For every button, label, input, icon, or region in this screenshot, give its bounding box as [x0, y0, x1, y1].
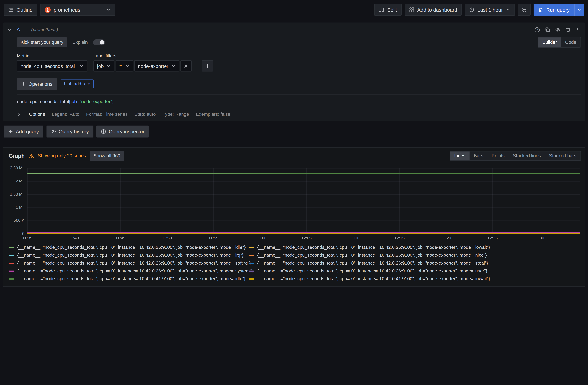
graph-style-stacked-lines[interactable]: Stacked lines: [509, 151, 545, 160]
chevron-down-icon: [506, 8, 510, 12]
legend-item[interactable]: {__name__="node_cpu_seconds_total", cpu=…: [9, 276, 249, 282]
run-query-button[interactable]: Run query: [533, 4, 574, 16]
graph-legend: {__name__="node_cpu_seconds_total", cpu=…: [9, 245, 580, 282]
x-axis-tick-label: 12:00: [255, 236, 265, 240]
query-history-label: Query history: [59, 129, 89, 134]
legend-item[interactable]: {__name__="node_cpu_seconds_total", cpu=…: [9, 268, 249, 274]
operations-button[interactable]: Operations: [17, 78, 57, 90]
legend-item[interactable]: {__name__="node_cpu_seconds_total", cpu=…: [249, 276, 580, 282]
y-axis-tick-label: 500 K: [6, 218, 24, 223]
legend-series-swatch: [249, 278, 254, 280]
remove-filter-button[interactable]: [180, 60, 191, 72]
query-editor-panel: A (prometheus) ?: [3, 22, 585, 121]
legend-item[interactable]: {__name__="node_cpu_seconds_total", cpu=…: [249, 268, 580, 274]
chevron-down-icon: [125, 64, 129, 68]
remove-query-trash-button[interactable]: [566, 27, 571, 32]
sync-icon: [538, 7, 543, 12]
collapse-query-button[interactable]: [7, 27, 12, 32]
x-axis-tick-label: 12:25: [487, 236, 498, 240]
graph-title: Graph: [9, 153, 25, 159]
drag-handle-grip-icon[interactable]: [576, 27, 581, 32]
graph-style-points[interactable]: Points: [487, 151, 509, 160]
legend-series-label: {__name__="node_cpu_seconds_total", cpu=…: [257, 268, 487, 274]
query-options-row: Options Legend: Auto Format: Time series…: [17, 108, 581, 121]
close-icon: [184, 64, 188, 68]
graph-canvas[interactable]: [6, 164, 583, 243]
x-axis-tick-label: 11:50: [162, 236, 172, 240]
datasource-picker[interactable]: prometheus: [40, 4, 115, 16]
label-value-select[interactable]: node-exporter: [134, 60, 179, 72]
y-axis-tick-label: 2 Mil: [6, 179, 24, 183]
label-operator-select[interactable]: =: [116, 60, 133, 72]
run-query-split-button: Run query: [533, 4, 584, 16]
graph-style-stacked-bars[interactable]: Stacked bars: [545, 151, 580, 160]
option-step: Step: auto: [134, 112, 156, 117]
split-button[interactable]: Split: [374, 4, 401, 16]
explain-toggle[interactable]: [93, 39, 105, 45]
time-range-label: Last 1 hour: [478, 7, 503, 13]
y-axis-tick-label: 2.50 Mil: [6, 166, 24, 171]
metric-select[interactable]: node_cpu_seconds_total: [17, 60, 87, 72]
time-series-chart: 2.50 Mil2 Mil1.50 Mil1 Mil500 K0 11:3511…: [6, 164, 583, 243]
legend-item[interactable]: {__name__="node_cpu_seconds_total", cpu=…: [9, 245, 249, 250]
graph-panel: Graph Showing only 20 series Show all 96…: [3, 147, 585, 287]
legend-series-swatch: [9, 263, 14, 264]
query-history-button[interactable]: Query history: [46, 126, 93, 138]
legend-item[interactable]: {__name__="node_cpu_seconds_total", cpu=…: [249, 245, 580, 250]
legend-series-label: {__name__="node_cpu_seconds_total", cpu=…: [17, 260, 251, 266]
legend-series-swatch: [9, 270, 14, 272]
hide-response-eye-button[interactable]: [555, 27, 561, 33]
copy-query-button[interactable]: [545, 27, 550, 32]
svg-text:?: ?: [536, 28, 538, 31]
run-query-label: Run query: [546, 7, 570, 13]
operations-label: Operations: [29, 81, 52, 87]
legend-series-label: {__name__="node_cpu_seconds_total", cpu=…: [257, 252, 487, 258]
legend-item[interactable]: {__name__="node_cpu_seconds_total", cpu=…: [9, 260, 249, 266]
label-key-select[interactable]: job: [93, 60, 114, 72]
graph-style-bars[interactable]: Bars: [470, 151, 487, 160]
warning-icon: [28, 153, 34, 159]
graph-style-lines[interactable]: Lines: [450, 151, 470, 160]
x-axis-tick-label: 12:30: [534, 236, 544, 240]
split-icon: [379, 7, 384, 12]
code-mode-tab[interactable]: Code: [561, 38, 580, 47]
kick-start-query-button[interactable]: Kick start your query: [17, 38, 67, 47]
metric-field-label: Metric: [17, 53, 87, 58]
preview-close-brace: }: [112, 99, 114, 104]
legend-series-label: {__name__="node_cpu_seconds_total", cpu=…: [17, 252, 243, 258]
time-range-picker[interactable]: Last 1 hour: [465, 4, 515, 16]
options-expand-button[interactable]: [17, 112, 21, 116]
x-axis-tick-label: 12:15: [394, 236, 404, 240]
add-to-dashboard-button[interactable]: Add to dashboard: [404, 4, 462, 16]
toggle-knob: [100, 40, 104, 44]
legend-series-swatch: [9, 255, 14, 256]
hint-add-rate-button[interactable]: hint: add rate: [61, 79, 94, 88]
add-filter-button[interactable]: [202, 60, 213, 72]
add-query-label: Add query: [16, 129, 39, 134]
query-inspector-button[interactable]: Query inspector: [96, 126, 149, 138]
label-key-value: job: [97, 63, 104, 69]
legend-series-label: {__name__="node_cpu_seconds_total", cpu=…: [17, 276, 246, 282]
legend-series-label: {__name__="node_cpu_seconds_total", cpu=…: [17, 245, 246, 250]
chevron-down-icon: [106, 8, 110, 12]
zoom-out-button[interactable]: [518, 4, 530, 16]
outline-button[interactable]: Outline: [4, 4, 37, 16]
options-title[interactable]: Options: [29, 112, 45, 117]
query-inspector-label: Query inspector: [109, 129, 145, 134]
builder-mode-tab[interactable]: Builder: [538, 38, 561, 47]
x-axis-tick-label: 12:10: [348, 236, 358, 240]
add-to-dashboard-label: Add to dashboard: [417, 7, 457, 13]
add-query-button[interactable]: Add query: [4, 126, 43, 138]
run-query-dropdown-button[interactable]: [574, 4, 584, 16]
legend-item[interactable]: {__name__="node_cpu_seconds_total", cpu=…: [9, 252, 249, 258]
option-format: Format: Time series: [86, 112, 127, 117]
legend-item[interactable]: {__name__="node_cpu_seconds_total", cpu=…: [249, 260, 580, 266]
option-legend: Legend: Auto: [52, 112, 80, 117]
legend-item[interactable]: {__name__="node_cpu_seconds_total", cpu=…: [249, 252, 580, 258]
show-all-series-button[interactable]: Show all 960: [90, 151, 124, 161]
help-button[interactable]: ?: [534, 27, 540, 33]
legend-series-swatch: [249, 255, 254, 256]
chevron-down-icon: [80, 64, 84, 68]
query-datasource-hint: (prometheus): [31, 27, 58, 32]
y-axis-tick-label: 1.50 Mil: [6, 192, 24, 197]
